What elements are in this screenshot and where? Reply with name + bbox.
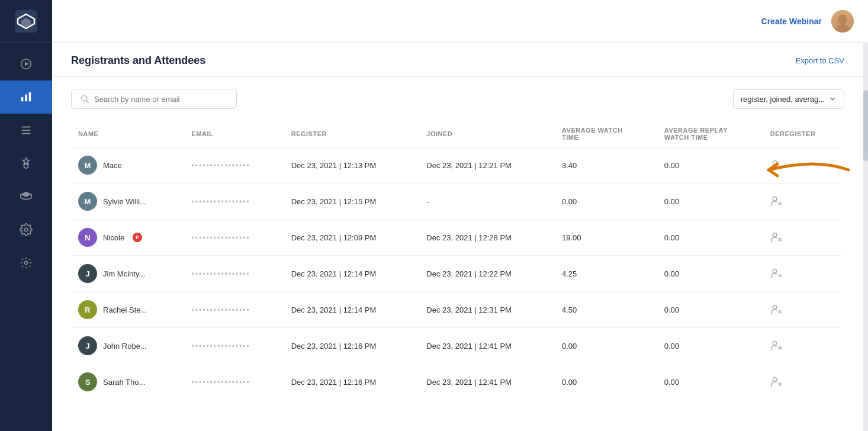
cell-joined: Dec 23, 2021 | 12:28 PM: [419, 220, 555, 256]
table-header-row: NAME EMAIL REGISTER JOINED AVERAGE WATCH…: [71, 121, 844, 147]
analytics-icon: [20, 91, 33, 104]
cell-email: ••••••••••••••••: [185, 292, 284, 328]
cell-name: N Nicole P: [71, 220, 185, 256]
deregister-button[interactable]: [770, 159, 837, 171]
cell-avg-replay: 0.00: [657, 184, 763, 220]
cell-joined: -: [419, 184, 555, 220]
svg-rect-4: [21, 97, 24, 101]
email-blurred: ••••••••••••••••: [192, 342, 250, 350]
panel-title: Registrants and Attendees: [71, 54, 205, 67]
deregister-button[interactable]: [770, 304, 837, 316]
cell-name: J Jim Mcinty...: [71, 256, 185, 292]
cell-avg-replay: 0.00: [657, 328, 763, 364]
panel-header: Registrants and Attendees Export to CSV: [52, 43, 863, 77]
create-webinar-button[interactable]: Create Webinar: [761, 17, 822, 26]
svg-point-13: [82, 96, 87, 101]
svg-point-12: [24, 261, 28, 265]
svg-point-11: [24, 228, 28, 231]
cell-register: Dec 23, 2021 | 12:15 PM: [284, 184, 420, 220]
cell-avg-replay: 0.00: [657, 147, 763, 184]
deregister-button[interactable]: [770, 195, 837, 207]
deregister-button[interactable]: [770, 231, 837, 243]
deregister-button[interactable]: [770, 268, 837, 279]
svg-point-18: [773, 197, 777, 201]
svg-point-24: [773, 269, 777, 274]
svg-point-33: [773, 378, 777, 382]
user-name: Mace: [103, 161, 122, 170]
cell-joined: Dec 23, 2021 | 12:22 PM: [419, 256, 555, 292]
topbar: Create Webinar: [52, 0, 868, 43]
cell-email: ••••••••••••••••: [185, 256, 284, 292]
cell-register: Dec 23, 2021 | 12:14 PM: [284, 292, 420, 328]
table-row: M Mace ••••••••••••••••Dec 23, 2021 | 12…: [71, 147, 844, 184]
sidebar-item-list[interactable]: [0, 114, 52, 147]
cell-register: Dec 23, 2021 | 12:09 PM: [284, 220, 420, 256]
deregister-button[interactable]: [770, 376, 837, 388]
cell-deregister: [763, 184, 844, 220]
user-avatar: R: [78, 300, 97, 319]
cell-name: S Sarah Tho...: [71, 364, 185, 400]
svg-line-14: [86, 101, 89, 103]
deregister-button[interactable]: [770, 340, 837, 352]
user-cell: M Mace: [78, 156, 178, 175]
col-deregister: DEREGISTER: [763, 121, 844, 147]
main-area: Create Webinar Registrants and Attendees…: [52, 0, 868, 431]
email-blurred: ••••••••••••••••: [192, 378, 250, 387]
user-avatar: M: [78, 156, 97, 175]
cell-email: ••••••••••••••••: [185, 184, 284, 220]
svg-point-15: [773, 161, 777, 165]
search-input-wrap[interactable]: [71, 89, 237, 109]
user-avatar: J: [78, 264, 97, 283]
chevron-down-icon: [828, 95, 837, 103]
cell-joined: Dec 23, 2021 | 12:21 PM: [419, 147, 555, 184]
settings-icon: [20, 256, 33, 269]
deregister-icon: [770, 195, 782, 207]
panel-scrollbar[interactable]: [863, 43, 868, 431]
sidebar-nav: [0, 43, 52, 279]
sidebar-logo: [0, 0, 52, 43]
svg-marker-3: [25, 62, 28, 66]
table-row: J Jim Mcinty... ••••••••••••••••Dec 23, …: [71, 256, 844, 292]
column-filter-dropdown[interactable]: register, joined, averag...: [733, 89, 844, 109]
user-cell: S Sarah Tho...: [78, 372, 178, 391]
cell-avg-watch: 19.00: [555, 220, 657, 256]
sidebar-item-analytics[interactable]: [0, 81, 52, 114]
cell-deregister: [763, 364, 844, 400]
cell-email: ••••••••••••••••: [185, 328, 284, 364]
logo-shape: [15, 10, 37, 33]
search-input[interactable]: [94, 95, 228, 104]
cell-email: ••••••••••••••••: [185, 147, 284, 184]
deregister-icon: [770, 304, 782, 316]
sidebar-item-integrations[interactable]: [0, 147, 52, 180]
export-csv-button[interactable]: Export to CSV: [796, 56, 844, 65]
table-row: M Sylvie Willi... ••••••••••••••••Dec 23…: [71, 184, 844, 220]
column-filter-value: register, joined, averag...: [741, 95, 825, 104]
sidebar-item-education[interactable]: [0, 180, 52, 213]
cell-deregister: [763, 256, 844, 292]
deregister-icon: [770, 231, 782, 243]
cell-joined: Dec 23, 2021 | 12:41 PM: [419, 364, 555, 400]
table-header: NAME EMAIL REGISTER JOINED AVERAGE WATCH…: [71, 121, 844, 147]
sidebar: [0, 0, 52, 431]
user-name: Rachel Ste...: [103, 305, 147, 314]
user-name: Jim Mcinty...: [103, 269, 145, 278]
integrations-icon: [20, 157, 33, 170]
cell-avg-watch: 0.00: [555, 328, 657, 364]
email-blurred: ••••••••••••••••: [192, 306, 250, 314]
panel: Registrants and Attendees Export to CSV …: [52, 43, 863, 431]
col-register: REGISTER: [284, 121, 420, 147]
svg-rect-5: [25, 94, 27, 101]
sidebar-item-play[interactable]: [0, 47, 52, 81]
sidebar-item-settings-gear[interactable]: [0, 213, 52, 246]
table-row: J John Robe... ••••••••••••••••Dec 23, 2…: [71, 328, 844, 364]
cell-name: M Sylvie Willi...: [71, 184, 185, 220]
cell-register: Dec 23, 2021 | 12:14 PM: [284, 256, 420, 292]
avatar[interactable]: [831, 10, 854, 33]
email-blurred: ••••••••••••••••: [192, 234, 250, 242]
user-avatar: S: [78, 372, 97, 391]
table-body: M Mace ••••••••••••••••Dec 23, 2021 | 12…: [71, 147, 844, 400]
table-container[interactable]: NAME EMAIL REGISTER JOINED AVERAGE WATCH…: [52, 121, 863, 431]
cell-avg-watch: 4.25: [555, 256, 657, 292]
user-name: Sarah Tho...: [103, 378, 145, 387]
sidebar-item-settings[interactable]: [0, 246, 52, 279]
